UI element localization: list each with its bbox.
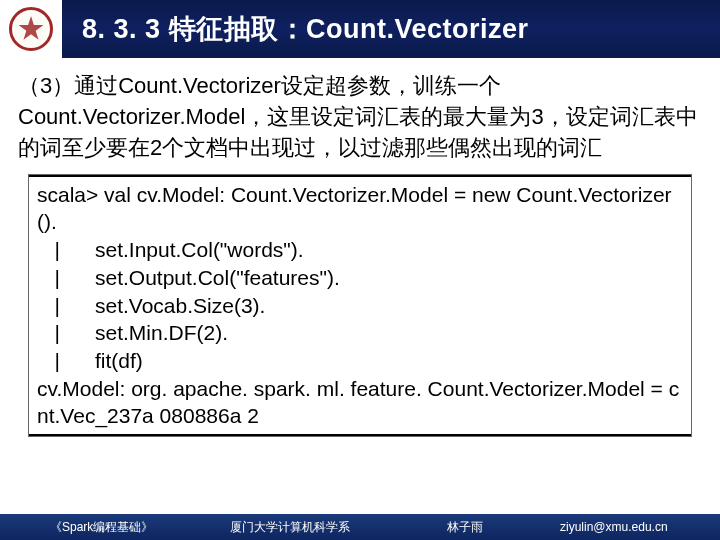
university-logo [0,0,62,58]
slide-footer: 《Spark编程基础》 厦门大学计算机科学系 林子雨 ziyulin@xmu.e… [0,514,720,540]
code-block: scala> val cv.Model: Count.Vectorizer.Mo… [28,174,692,437]
slide-paragraph: （3）通过Count.Vectorizer设定超参数，训练一个Count.Vec… [0,58,720,172]
footer-department: 厦门大学计算机科学系 [180,519,400,536]
footer-email: ziyulin@xmu.edu.cn [530,520,678,534]
slide-header: 8. 3. 3 特征抽取：Count.Vectorizer [0,0,720,58]
logo-circle [9,7,53,51]
footer-author: 林子雨 [400,519,530,536]
slide-title: 8. 3. 3 特征抽取：Count.Vectorizer [82,11,529,47]
code-content: scala> val cv.Model: Count.Vectorizer.Mo… [29,177,691,434]
footer-book: 《Spark编程基础》 [0,519,180,536]
logo-emblem [18,16,44,42]
